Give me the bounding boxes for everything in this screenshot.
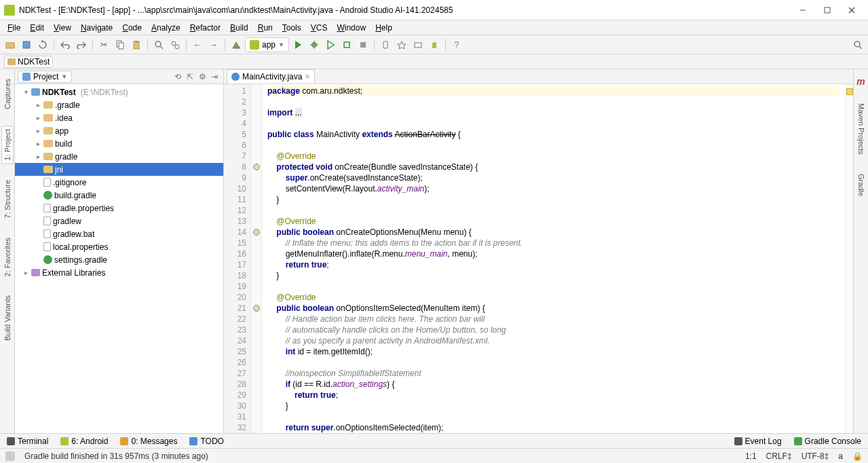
- right-tab-maven[interactable]: Maven Projects: [856, 100, 867, 158]
- tool-window-6-android[interactable]: 6: Android: [58, 435, 111, 447]
- open-button[interactable]: [3, 37, 18, 52]
- editor-tab-mainactivity[interactable]: MainActivity.java ×: [227, 69, 315, 84]
- tree-node-local-properties[interactable]: local.properties: [15, 240, 223, 253]
- tree-node-jni[interactable]: jni: [15, 163, 223, 176]
- undo-button[interactable]: [58, 37, 73, 52]
- marker-gutter[interactable]: [251, 84, 262, 433]
- help-button[interactable]: ?: [449, 37, 464, 52]
- menu-refactor[interactable]: Refactor: [185, 22, 225, 34]
- file-encoding[interactable]: UTF-8‡: [801, 451, 829, 461]
- menu-view[interactable]: View: [49, 22, 76, 34]
- find-button[interactable]: [151, 37, 166, 52]
- editor-body[interactable]: 1234567891011121314151617181920212223242…: [224, 84, 853, 433]
- menu-vcs[interactable]: VCS: [306, 22, 333, 34]
- menu-analyze[interactable]: Analyze: [147, 22, 185, 34]
- override-marker-icon[interactable]: [253, 164, 260, 170]
- scroll-from-source-button[interactable]: ⟲: [172, 71, 184, 83]
- project-tree[interactable]: ▾NDKTest(E:\NDKTest)▸.gradle▸.idea▸app▸b…: [15, 84, 223, 433]
- replace-button[interactable]: [168, 37, 183, 52]
- tree-node-external-libraries[interactable]: ▸External Libraries: [15, 266, 223, 279]
- left-tab-2-favorites[interactable]: 2: Favorites: [2, 235, 13, 279]
- menu-file[interactable]: File: [3, 22, 25, 34]
- menu-code[interactable]: Code: [117, 22, 147, 34]
- expand-arrow-icon[interactable]: ▸: [35, 127, 41, 134]
- menu-window[interactable]: Window: [332, 22, 371, 34]
- tool-window-0-messages[interactable]: 0: Messages: [117, 435, 180, 447]
- expand-arrow-icon[interactable]: ▸: [35, 114, 41, 122]
- tree-node-gradle-properties[interactable]: gradle.properties: [15, 202, 223, 215]
- tool-window-terminal[interactable]: Terminal: [4, 435, 51, 447]
- menu-edit[interactable]: Edit: [25, 22, 49, 34]
- tree-node-app[interactable]: ▸app: [15, 124, 223, 137]
- save-button[interactable]: [19, 37, 34, 52]
- left-tab-7-structure[interactable]: 7: Structure: [2, 177, 13, 221]
- sdk-manager-button[interactable]: [394, 37, 409, 52]
- ddms-button[interactable]: [411, 37, 426, 52]
- tree-node--gradle[interactable]: ▸.gradle: [15, 98, 223, 111]
- hide-button[interactable]: ⇥: [208, 71, 221, 83]
- lock-icon[interactable]: 🔒: [852, 451, 863, 461]
- code-area[interactable]: package com.aru.ndktest;import ...public…: [262, 84, 845, 433]
- expand-arrow-icon[interactable]: ▸: [35, 140, 41, 147]
- menu-help[interactable]: Help: [371, 22, 397, 34]
- tree-node-gradle[interactable]: ▸gradle: [15, 150, 223, 163]
- tree-node--idea[interactable]: ▸.idea: [15, 111, 223, 124]
- line-separator[interactable]: CRLF‡: [766, 451, 792, 461]
- expand-arrow-icon[interactable]: ▸: [35, 101, 41, 109]
- project-view-select[interactable]: Project ▼: [18, 71, 72, 83]
- expand-arrow-icon[interactable]: ▸: [35, 153, 41, 160]
- tree-node-build[interactable]: ▸build: [15, 137, 223, 150]
- menu-build[interactable]: Build: [225, 22, 253, 34]
- paste-button[interactable]: [129, 37, 144, 52]
- breadcrumb-root[interactable]: NDKTest: [4, 56, 53, 68]
- left-tab-build-variants[interactable]: Build Variants: [2, 293, 13, 344]
- tree-node-gradlew[interactable]: gradlew: [15, 215, 223, 227]
- line-number-gutter[interactable]: 1234567891011121314151617181920212223242…: [224, 84, 251, 433]
- search-everywhere-button[interactable]: [850, 37, 865, 52]
- settings-gear-icon[interactable]: ⚙: [196, 71, 208, 83]
- expand-arrow-icon[interactable]: ▸: [22, 269, 29, 276]
- error-stripe[interactable]: [845, 84, 853, 433]
- sync-button[interactable]: [35, 37, 50, 52]
- caret-position[interactable]: 1:1: [745, 451, 757, 461]
- tree-node--gitignore[interactable]: .gitignore: [15, 176, 223, 189]
- close-tab-button[interactable]: ×: [305, 72, 309, 81]
- copy-button[interactable]: [113, 37, 128, 52]
- make-project-button[interactable]: [229, 37, 244, 52]
- debug-button[interactable]: [307, 37, 322, 52]
- tree-node-gradlew-bat[interactable]: gradlew.bat: [15, 227, 223, 240]
- tool-window-event-log[interactable]: Event Log: [732, 435, 785, 447]
- tree-node-settings-gradle[interactable]: settings.gradle: [15, 253, 223, 266]
- override-marker-icon[interactable]: [253, 229, 260, 236]
- ide-icon[interactable]: [5, 451, 15, 461]
- warning-indicator[interactable]: [846, 88, 853, 95]
- tree-node-build-gradle[interactable]: build.gradle: [15, 189, 223, 202]
- tree-node-ndktest[interactable]: ▾NDKTest(E:\NDKTest): [15, 86, 223, 98]
- maximize-button[interactable]: [815, 3, 839, 18]
- stop-button[interactable]: [356, 37, 371, 52]
- redo-button[interactable]: [74, 37, 89, 52]
- tool-window-gradle-console[interactable]: Gradle Console: [791, 435, 864, 447]
- right-tab-gradle[interactable]: Gradle: [856, 171, 867, 199]
- context-indicator[interactable]: a: [838, 451, 843, 461]
- avd-manager-button[interactable]: [378, 37, 393, 52]
- menu-run[interactable]: Run: [253, 22, 278, 34]
- run-coverage-button[interactable]: [323, 37, 338, 52]
- left-tab-1-project[interactable]: 1: Project: [1, 126, 14, 164]
- run-button[interactable]: [290, 37, 305, 52]
- minimize-button[interactable]: [791, 3, 815, 18]
- tool-window-todo[interactable]: TODO: [187, 435, 226, 447]
- close-button[interactable]: [839, 3, 864, 18]
- android-button[interactable]: [427, 37, 442, 52]
- menu-navigate[interactable]: Navigate: [76, 22, 117, 34]
- cut-button[interactable]: ✂: [96, 37, 111, 52]
- run-config-select[interactable]: app ▼: [245, 37, 289, 52]
- back-button[interactable]: ←: [190, 37, 205, 52]
- attach-debugger-button[interactable]: [339, 37, 354, 52]
- left-tab-captures[interactable]: Captures: [2, 76, 13, 112]
- menu-tools[interactable]: Tools: [278, 22, 306, 34]
- collapse-all-button[interactable]: ⇱: [184, 71, 196, 83]
- override-marker-icon[interactable]: [253, 305, 260, 312]
- expand-arrow-icon[interactable]: ▾: [22, 88, 29, 96]
- forward-button[interactable]: →: [206, 37, 221, 52]
